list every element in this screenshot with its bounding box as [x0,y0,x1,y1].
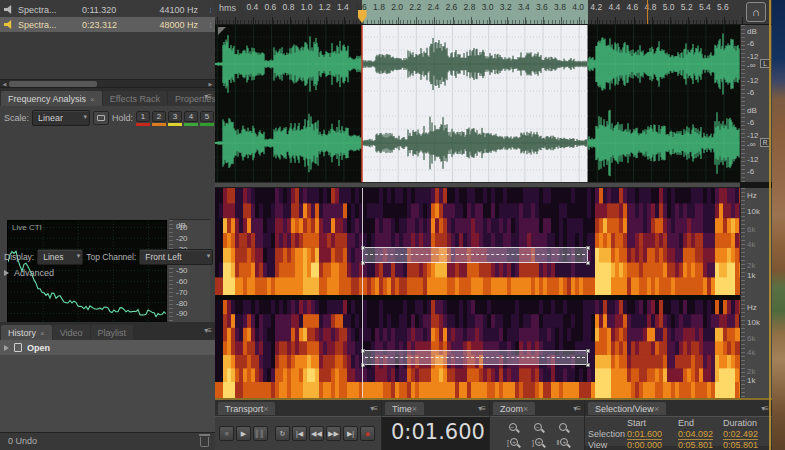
view-end-value[interactable]: 0:05.801 [678,440,713,450]
selection-duration-value[interactable]: 0:02.492 [723,429,758,440]
close-icon[interactable]: × [90,95,95,104]
panel-menu-icon[interactable]: ▾≡ [478,404,485,413]
transport-panel: Transport× ▾≡ ■▶▌▌↻|◀◀◀▶▶▶|● [215,400,381,450]
selection-start-value[interactable]: 0:01.600 [627,429,662,440]
tab-effects-rack[interactable]: Effects Rack [103,91,167,106]
spectrogram-right-channel[interactable] [215,300,740,398]
zoom-out-full-button[interactable] [550,420,575,434]
disclosure-triangle-icon [4,345,9,351]
scale-dropdown[interactable]: Linear▾ [32,110,90,126]
hold-button-2[interactable]: 2 [152,111,167,126]
undo-status: 0 Undo [8,436,37,446]
hold-button-3[interactable]: 3 [168,111,183,126]
hz-scale-label: Hz [747,191,757,200]
ruler-time-label: 1.4 [337,2,349,12]
ruler-time-label: 1.0 [301,2,313,12]
go-to-start-button[interactable]: |◀ [292,426,307,441]
close-icon[interactable]: × [523,404,528,414]
top-channel-label: Top Channel: [86,252,136,262]
waveform-display[interactable] [215,25,740,182]
hold-button-1[interactable]: 1 [136,111,151,126]
ruler-time-label: 0.8 [283,2,295,12]
loop-playback-button[interactable]: ↻ [275,426,290,441]
view-duration-value[interactable]: 0:05.801 [723,440,758,450]
file-row-selected[interactable]: Spectra... 0:23.312 48000 Hz St [0,17,215,32]
hz-scale-label: 2k [747,261,755,270]
fast-forward-button[interactable]: ▶▶ [326,426,341,441]
tab-transport[interactable]: Transport× [218,402,275,415]
panel-menu-icon[interactable]: ▾≡ [761,404,768,413]
ruler-time-label: 3.4 [518,2,530,12]
ruler-time-label: 2.6 [446,2,458,12]
column-header-end: End [678,418,694,428]
history-panel-tabbar: History× Video Playlist ▾≡ [0,322,215,340]
selection-handle[interactable] [586,261,590,265]
zoom-out-vertical-button[interactable]: − [525,420,550,434]
db-scale-label: -∞ [747,140,755,149]
scroll-right-icon[interactable]: ▶ [206,80,215,88]
frequency-selection-box[interactable] [362,350,588,365]
tab-video[interactable]: Video [53,325,90,340]
hold-button-4[interactable]: 4 [184,111,199,126]
zoom-in-right-edge-button[interactable]: ]+ [525,435,550,449]
rewind-button[interactable]: ◀◀ [309,426,324,441]
selection-handle[interactable] [586,363,590,367]
frequency-scale[interactable]: Hz10k6k4k2k1kHz10k6k4k2k1k [740,188,772,398]
file-duration: 0:11.320 [82,5,138,15]
ruler-time-label: 3.6 [536,2,548,12]
pause-button[interactable]: ▌▌ [253,426,268,441]
scrollbar-thumb[interactable] [9,81,97,87]
ruler-minor-ticks [215,20,740,24]
hold-button-5[interactable]: 5 [200,111,215,126]
chevron-down-icon: ▾ [77,252,81,260]
hold-snapshot-button[interactable] [93,111,109,125]
panel-menu-icon[interactable]: ▾≡ [204,326,211,335]
frequency-controls: Scale: Linear▾ Hold: 12345 [0,106,215,130]
tab-zoom[interactable]: Zoom× [493,402,535,415]
magnifier-icon: + [535,438,543,446]
tab-frequency-analysis[interactable]: Frequency Analysis× [1,91,102,106]
close-icon[interactable]: × [40,329,45,338]
play-button[interactable]: ▶ [236,426,251,441]
trash-icon[interactable] [200,437,209,447]
record-button[interactable]: ● [360,426,375,441]
amplitude-scale[interactable]: dB-6-12-∞-12-6LdB-6-12-∞-12-6R [740,25,772,182]
timeline-ruler[interactable]: hms 0.40.60.81.01.21.41.61.82.02.22.42.6… [215,0,772,25]
close-icon[interactable]: × [654,404,659,414]
panel-menu-icon[interactable]: ▾≡ [370,404,377,413]
magnifier-icon [559,423,567,431]
frequency-selection-box[interactable] [362,247,588,263]
panel-menu-icon[interactable]: ▾≡ [204,92,211,101]
ruler-time-label: 0.6 [265,2,277,12]
top-channel-dropdown[interactable]: Front Left▾ [139,249,213,265]
magnet-snap-icon[interactable]: ∩ [746,2,766,22]
selection-end-value[interactable]: 0:04.092 [678,429,713,440]
scroll-left-icon[interactable]: ◀ [0,80,9,88]
view-start-value[interactable]: 0:00.000 [627,440,662,450]
chevron-down-icon: ▾ [207,252,211,260]
display-dropdown[interactable]: Lines▾ [37,249,83,265]
file-row[interactable]: Spectra... 0:11.320 44100 Hz St [0,2,215,17]
plot-title: Live CTI [12,223,42,232]
stop-button[interactable]: ■ [219,426,234,441]
tab-playlist[interactable]: Playlist [91,325,134,340]
zoom-to-selection-button[interactable]: ‖+ [550,435,575,449]
tab-selection-view[interactable]: Selection/View× [588,402,666,415]
panel-menu-icon[interactable]: ▾≡ [573,404,580,413]
db-tick-label: -10 [176,223,188,232]
close-icon[interactable]: × [412,404,417,414]
db-scale-label: dB [747,106,757,115]
history-item-open[interactable]: Open [0,340,215,355]
selection-handle[interactable] [586,349,590,353]
zoom-out-horizontal-button[interactable]: − [500,420,525,434]
tab-history[interactable]: History× [1,325,52,340]
advanced-toggle[interactable]: Advanced [4,266,204,280]
go-to-end-button[interactable]: ▶| [343,426,358,441]
zoom-in-left-edge-button[interactable]: [+ [500,435,525,449]
horizontal-scrollbar[interactable]: ◀ ▶ [0,79,215,87]
tab-time[interactable]: Time× [385,402,424,415]
spectrogram-left-channel[interactable] [215,188,740,295]
selection-handle[interactable] [586,246,590,250]
ruler-time-label: 1.8 [373,2,385,12]
close-icon[interactable]: × [263,404,268,414]
